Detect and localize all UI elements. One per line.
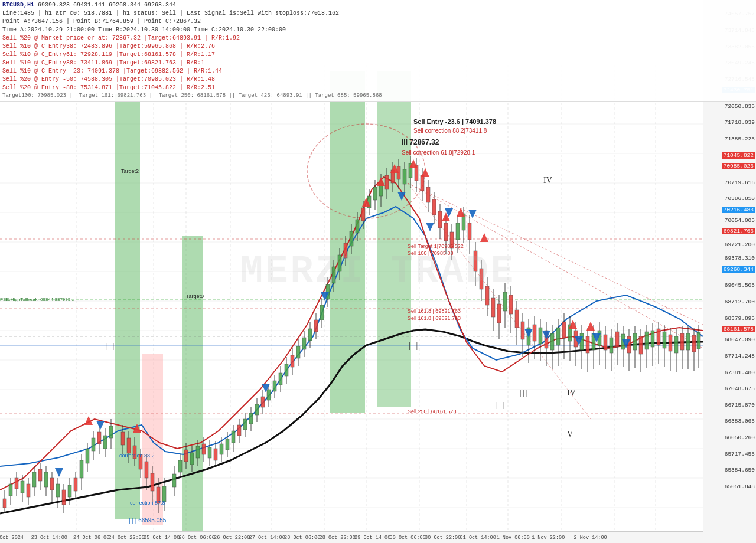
- correction-88-label: correction 88.2: [119, 453, 155, 459]
- svg-rect-259: [674, 336, 678, 353]
- svg-rect-137: [314, 320, 318, 332]
- chart-container: BTCUSD,H1 69399.828 69431.141 69268.344 …: [0, 0, 756, 543]
- svg-rect-135: [308, 329, 312, 341]
- svg-rect-191: [474, 251, 477, 272]
- svg-rect-71: [109, 426, 113, 438]
- time-26oct22: 26 Oct 22:00: [214, 535, 250, 541]
- price-67381: 67381.480: [725, 369, 755, 376]
- sell-161-label: Sell 161.8 | 69821.763: [408, 308, 461, 314]
- sell-100-label: Sell 100 | 70985.03: [408, 250, 453, 256]
- svg-rect-81: [145, 462, 148, 478]
- svg-rect-55: [62, 490, 66, 505]
- price-69721: 69721.200: [725, 241, 755, 248]
- price-70985-highlight: 70985.023: [722, 163, 755, 169]
- svg-rect-265: [692, 335, 696, 352]
- svg-rect-177: [432, 199, 436, 215]
- time-1nov06: 1 Nov 06:00: [497, 535, 530, 541]
- svg-rect-251: [651, 331, 654, 347]
- svg-rect-111: [237, 425, 241, 436]
- title-line: BTCUSD,H1 69399.828 69431.141 69268.344 …: [2, 1, 754, 9]
- svg-rect-203: [509, 295, 513, 314]
- price-71045-highlight: 71045.822: [722, 152, 755, 159]
- wave-iii-price-label: III 72867.32: [402, 138, 439, 146]
- price-68379: 68379.895: [725, 315, 755, 322]
- info-line6: Sell %10 @ C_Entry61: 72928.119 |Target:…: [2, 51, 754, 59]
- svg-rect-199: [497, 304, 501, 323]
- sell-target1-label: Sell Target 1|70985.022: [408, 243, 464, 249]
- svg-rect-243: [627, 336, 631, 353]
- price-69821-highlight: 69821.763: [722, 228, 755, 234]
- time-25oct14: 25 Oct 14:00: [144, 535, 180, 541]
- svg-rect-83: [151, 473, 154, 491]
- wave-label-iii: | | |: [409, 341, 418, 350]
- time-28oct22: 28 Oct 22:00: [320, 535, 356, 541]
- info-line3: Time A:2024.10.29 21:00:00 Time B:2024.1…: [2, 26, 754, 34]
- svg-rect-107: [226, 439, 229, 450]
- price-70054: 70054.005: [725, 217, 755, 224]
- svg-rect-255: [663, 332, 666, 348]
- svg-rect-149: [350, 231, 353, 246]
- price-69045: 69045.505: [725, 282, 755, 289]
- svg-rect-221: [562, 322, 566, 338]
- sell-250-label: Sell 250 | 68161.578: [408, 408, 456, 414]
- svg-rect-125: [279, 373, 282, 385]
- svg-rect-263: [686, 333, 690, 350]
- svg-rect-145: [338, 255, 341, 272]
- price-info: 69399.828 69431.141 69268.344 69268.344: [38, 2, 176, 8]
- sell-161-2-label: Sell 161.8 | 69821.763: [408, 315, 461, 321]
- time-axis: 22 Oct 2024 23 Oct 14:00 24 Oct 06:00 24…: [0, 531, 703, 543]
- svg-rect-229: [586, 336, 589, 353]
- svg-rect-237: [610, 338, 613, 353]
- svg-rect-41: [21, 481, 24, 493]
- price-72050: 72050.835: [725, 103, 755, 110]
- top-info-panel: BTCUSD,H1 69399.828 69431.141 69268.344 …: [0, 0, 756, 102]
- time-29oct14: 29 Oct 14:00: [354, 535, 390, 541]
- price-69268-highlight: 69268.344: [722, 266, 755, 273]
- svg-rect-211: [533, 325, 536, 341]
- green-zone-2: [182, 236, 203, 531]
- svg-rect-121: [267, 390, 271, 400]
- price-70216-highlight: 70216.483: [722, 207, 755, 213]
- svg-rect-219: [556, 328, 560, 345]
- wave-label-iv-left: | | |: [496, 401, 504, 409]
- time-23oct14: 23 Oct 14:00: [31, 535, 67, 541]
- svg-rect-93: [184, 450, 188, 462]
- svg-rect-49: [44, 472, 48, 487]
- time-28oct06: 28 Oct 06:00: [284, 535, 320, 541]
- info-line4: Sell %20 @ Market price or at: 72867.32 …: [2, 34, 754, 42]
- svg-rect-73: [121, 432, 125, 445]
- svg-rect-143: [332, 267, 335, 283]
- svg-rect-173: [421, 175, 424, 191]
- svg-rect-185: [456, 223, 460, 240]
- price-66595-label: | | | 66595.055: [129, 517, 167, 524]
- wave-label-iv: IV: [543, 176, 552, 185]
- svg-marker-289: [542, 331, 550, 339]
- price-68047: 68047.090: [725, 336, 755, 343]
- svg-rect-195: [485, 286, 489, 305]
- svg-rect-119: [261, 397, 265, 407]
- svg-rect-249: [645, 332, 649, 349]
- price-67048: 67048.675: [725, 385, 755, 392]
- svg-marker-280: [55, 468, 63, 477]
- time-31oct14: 31 Oct 14:00: [460, 535, 496, 541]
- chart-area: | | | | | | | | | IV IV V | | | Sell Ent…: [0, 65, 703, 531]
- time-1nov22: 1 Nov 22:00: [532, 535, 565, 541]
- wave-label-3: | | |: [106, 342, 114, 350]
- wave-label-iii-2: | | |: [520, 389, 527, 397]
- info-line2: Point A:73647.156 | Point B:71764.859 | …: [2, 18, 754, 26]
- svg-rect-97: [196, 446, 200, 458]
- svg-rect-207: [521, 322, 524, 339]
- svg-rect-53: [56, 484, 60, 497]
- info-line11: Target100: 70985.023 || Target 161: 6982…: [2, 92, 754, 100]
- svg-rect-257: [669, 335, 672, 351]
- time-24oct06: 24 Oct 06:00: [73, 535, 109, 541]
- svg-rect-67: [97, 432, 101, 444]
- svg-rect-267: [697, 332, 700, 349]
- svg-marker-281: [96, 421, 105, 430]
- time-30oct22: 30 Oct 22:00: [425, 535, 461, 541]
- svg-rect-105: [220, 444, 223, 454]
- fsb-label: FSB:HighToBreak: 69844.837999...: [0, 297, 74, 302]
- svg-rect-61: [80, 460, 83, 478]
- svg-rect-151: [356, 220, 359, 233]
- svg-rect-129: [291, 355, 294, 367]
